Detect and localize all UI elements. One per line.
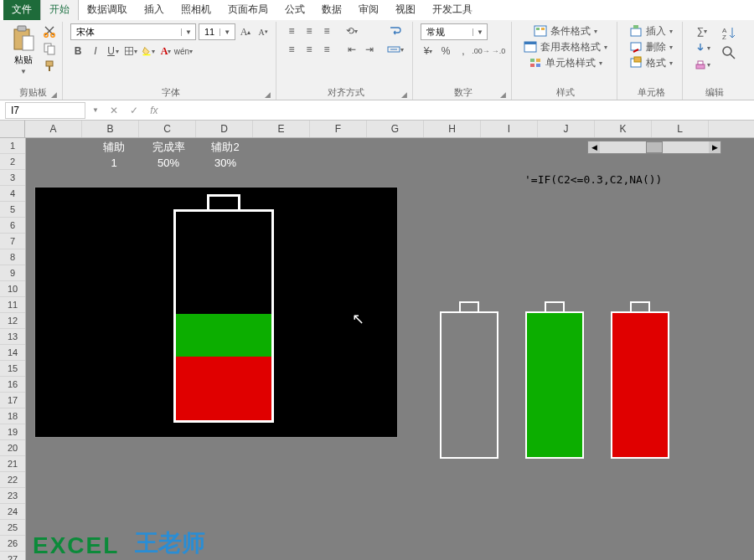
tab-pagelayout[interactable]: 页面布局 bbox=[219, 0, 276, 20]
row-header-2[interactable]: 2 bbox=[0, 154, 25, 170]
column-header-C[interactable]: C bbox=[139, 121, 196, 137]
comma-style-button[interactable]: , bbox=[456, 44, 471, 59]
border-button[interactable]: ▾ bbox=[123, 44, 138, 59]
decrease-decimal-button[interactable]: →.0 bbox=[491, 44, 506, 59]
tab-view[interactable]: 视图 bbox=[387, 0, 424, 20]
row-header-9[interactable]: 9 bbox=[0, 265, 25, 281]
row-header-14[interactable]: 14 bbox=[0, 345, 25, 361]
fill-button[interactable]: ▾ bbox=[690, 40, 714, 55]
enter-formula-button[interactable]: ✓ bbox=[124, 105, 144, 116]
font-size-combo[interactable]: 11▼ bbox=[199, 23, 235, 40]
row-header-11[interactable]: 11 bbox=[0, 297, 25, 313]
column-header-F[interactable]: F bbox=[310, 121, 367, 137]
battery-small-green[interactable] bbox=[525, 301, 584, 460]
orientation-button[interactable]: ⟲▾ bbox=[344, 23, 359, 39]
row-header-18[interactable]: 18 bbox=[0, 408, 25, 424]
scrollbar-left-button[interactable]: ◀ bbox=[588, 141, 600, 153]
tab-camera[interactable]: 照相机 bbox=[173, 0, 219, 20]
column-header-D[interactable]: D bbox=[196, 121, 253, 137]
row-header-6[interactable]: 6 bbox=[0, 218, 25, 234]
row-header-3[interactable]: 3 bbox=[0, 170, 25, 186]
row-header-23[interactable]: 23 bbox=[0, 488, 25, 504]
increase-font-button[interactable]: A▴ bbox=[238, 24, 253, 39]
column-header-G[interactable]: G bbox=[367, 121, 424, 137]
sort-filter-button[interactable]: AZ bbox=[719, 23, 739, 42]
row-header-1[interactable]: 1 bbox=[0, 138, 25, 154]
row-header-26[interactable]: 26 bbox=[0, 536, 25, 552]
increase-decimal-button[interactable]: .00→ bbox=[473, 44, 488, 59]
column-header-A[interactable]: A bbox=[25, 121, 82, 137]
format-cells-button[interactable]: 格式▾ bbox=[625, 55, 677, 70]
column-header-L[interactable]: L bbox=[652, 121, 709, 137]
cell-area[interactable]: 辅助 完成率 辅助2 1 50% 30% ◀ ▶ '=IF(C2<=0.3,C2… bbox=[26, 138, 754, 560]
underline-button[interactable]: U▾ bbox=[106, 44, 121, 59]
name-box-dropdown[interactable]: ▼ bbox=[87, 106, 104, 114]
format-painter-button[interactable] bbox=[42, 59, 57, 74]
row-header-17[interactable]: 17 bbox=[0, 393, 25, 408]
wrap-text-button[interactable] bbox=[384, 23, 407, 39]
battery-small-red[interactable] bbox=[611, 301, 669, 460]
tab-insert[interactable]: 插入 bbox=[136, 0, 173, 20]
font-name-combo[interactable]: 宋体▼ bbox=[70, 23, 196, 40]
column-header-H[interactable]: H bbox=[424, 121, 481, 137]
row-header-4[interactable]: 4 bbox=[0, 186, 25, 202]
scrollbar-right-button[interactable]: ▶ bbox=[709, 141, 720, 153]
copy-button[interactable] bbox=[42, 41, 57, 56]
align-top-button[interactable]: ≡ bbox=[284, 23, 299, 39]
column-header-B[interactable]: B bbox=[82, 121, 139, 137]
row-header-12[interactable]: 12 bbox=[0, 313, 25, 329]
dialog-launcher-icon[interactable]: ◢ bbox=[51, 90, 57, 99]
phonetic-button[interactable]: wén▾ bbox=[176, 44, 191, 59]
number-format-combo[interactable]: 常规▼ bbox=[421, 23, 488, 40]
row-header-20[interactable]: 20 bbox=[0, 440, 25, 456]
battery-chart-main[interactable]: ↖ bbox=[34, 187, 398, 438]
fill-color-button[interactable]: ▾ bbox=[141, 44, 156, 59]
row-header-27[interactable]: 27 bbox=[0, 552, 25, 560]
column-header-K[interactable]: K bbox=[595, 121, 652, 137]
autosum-button[interactable]: ∑▾ bbox=[690, 23, 714, 39]
tab-developer[interactable]: 开发工具 bbox=[424, 0, 481, 20]
tab-data[interactable]: 数据 bbox=[313, 0, 350, 20]
format-as-table-button[interactable]: 套用表格格式▾ bbox=[519, 39, 612, 54]
align-bottom-button[interactable]: ≡ bbox=[319, 23, 334, 39]
column-header-J[interactable]: J bbox=[538, 121, 595, 137]
tab-home[interactable]: 开始 bbox=[40, 0, 79, 20]
row-header-10[interactable]: 10 bbox=[0, 281, 25, 297]
tab-review[interactable]: 审阅 bbox=[350, 0, 387, 20]
cell-styles-button[interactable]: 单元格样式▾ bbox=[519, 55, 612, 70]
row-header-22[interactable]: 22 bbox=[0, 472, 25, 488]
find-select-button[interactable] bbox=[719, 44, 739, 62]
cut-button[interactable] bbox=[42, 23, 57, 39]
align-right-button[interactable]: ≡ bbox=[319, 42, 334, 57]
row-header-19[interactable]: 19 bbox=[0, 424, 25, 440]
align-left-button[interactable]: ≡ bbox=[284, 42, 299, 57]
row-header-15[interactable]: 15 bbox=[0, 361, 25, 377]
row-header-5[interactable]: 5 bbox=[0, 202, 25, 218]
bold-button[interactable]: B bbox=[70, 44, 85, 59]
italic-button[interactable]: I bbox=[88, 44, 103, 59]
delete-cells-button[interactable]: 删除▾ bbox=[625, 39, 677, 54]
battery-small-empty[interactable] bbox=[440, 301, 498, 460]
accounting-format-button[interactable]: ¥▾ bbox=[421, 44, 436, 59]
row-header-24[interactable]: 24 bbox=[0, 504, 25, 520]
percent-style-button[interactable]: % bbox=[438, 44, 453, 59]
row-header-21[interactable]: 21 bbox=[0, 456, 25, 472]
formula-input[interactable] bbox=[164, 102, 754, 118]
tab-formulas[interactable]: 公式 bbox=[276, 0, 313, 20]
font-color-button[interactable]: A▾ bbox=[158, 44, 173, 59]
insert-cells-button[interactable]: 插入▾ bbox=[625, 23, 677, 39]
column-header-E[interactable]: E bbox=[253, 121, 310, 137]
name-box[interactable] bbox=[5, 102, 85, 119]
dialog-launcher-icon[interactable]: ◢ bbox=[265, 90, 271, 99]
scrollbar-track[interactable] bbox=[600, 141, 709, 153]
row-header-25[interactable]: 25 bbox=[0, 520, 25, 536]
scrollbar-thumb[interactable] bbox=[646, 141, 663, 153]
paste-button[interactable]: 粘贴 ▼ bbox=[8, 23, 39, 77]
select-all-corner[interactable] bbox=[0, 121, 25, 137]
row-header-13[interactable]: 13 bbox=[0, 329, 25, 345]
tab-dataquery[interactable]: 数据调取 bbox=[79, 0, 136, 20]
merge-center-button[interactable]: ▾ bbox=[384, 42, 407, 57]
form-scrollbar[interactable]: ◀ ▶ bbox=[587, 141, 721, 154]
decrease-font-button[interactable]: A▾ bbox=[256, 24, 271, 39]
clear-button[interactable]: ▾ bbox=[690, 57, 714, 72]
